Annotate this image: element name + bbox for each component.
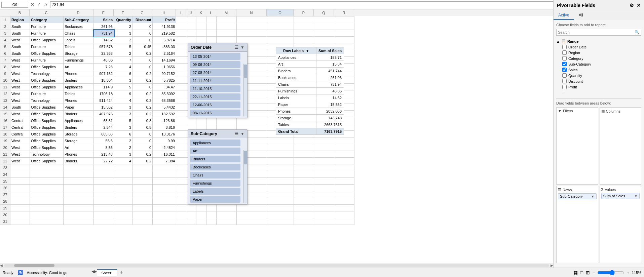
cell-J31[interactable] [186, 218, 196, 225]
cell-I30[interactable] [176, 211, 186, 218]
cell-B2[interactable]: South [10, 23, 30, 30]
cell-E16[interactable]: 68.81 [94, 117, 114, 124]
cell-F15[interactable]: 3 [114, 111, 132, 117]
cell-C20[interactable]: Office Supplies [30, 144, 64, 151]
cell-K30[interactable] [196, 211, 206, 218]
cell-H10[interactable]: 5.7825 [153, 77, 176, 84]
cell-B7[interactable]: West [10, 57, 30, 64]
confirm-icon[interactable]: ✓ [36, 2, 42, 7]
cell-D24[interactable] [64, 171, 94, 178]
cell-D31[interactable] [64, 218, 94, 225]
cell-B25[interactable] [10, 178, 30, 185]
cell-N3[interactable] [237, 30, 267, 37]
cell-H24[interactable] [153, 171, 176, 178]
checkbox-discount[interactable] [562, 79, 567, 83]
cell-N4[interactable] [237, 37, 267, 43]
cell-R30[interactable] [334, 211, 354, 218]
col-header-P[interactable]: P [294, 9, 314, 16]
cell-G23[interactable] [132, 164, 153, 171]
cell-E13[interactable]: 911.424 [94, 97, 114, 104]
cell-D2[interactable]: Bookcases [64, 23, 94, 30]
cell-N29[interactable] [237, 205, 267, 211]
cell-C6[interactable]: Office Supplies [30, 50, 64, 57]
filter-icon[interactable]: ▼ [240, 45, 244, 50]
cell-C9[interactable]: Technology [30, 70, 64, 77]
cell-E7[interactable]: 48.86 [94, 57, 114, 64]
cell-B16[interactable]: Central [10, 117, 30, 124]
col-header-R[interactable]: R [334, 9, 354, 16]
cell-B8[interactable]: West [10, 64, 30, 70]
cell-B12[interactable]: West [10, 90, 30, 97]
cell-B3[interactable]: South [10, 30, 30, 37]
cell-E31[interactable] [94, 218, 114, 225]
cell-Q27[interactable] [314, 191, 334, 198]
cell-D21[interactable]: Phones [64, 151, 94, 158]
filter-item-date-8[interactable]: 08-11-2016 [190, 110, 240, 116]
cell-B29[interactable] [10, 205, 30, 211]
field-category[interactable]: Category [556, 55, 641, 61]
cell-G16[interactable]: 0.8 [132, 117, 153, 124]
cell-M2[interactable] [217, 23, 237, 30]
cell-G28[interactable] [132, 198, 153, 205]
cell-C24[interactable] [30, 171, 64, 178]
cell-O1[interactable] [267, 16, 294, 23]
cell-B22[interactable]: West [10, 158, 30, 164]
cell-K31[interactable] [196, 218, 206, 225]
area-rows[interactable]: ☰ Rows Sub-Category ▼ [556, 186, 598, 263]
cell-D17[interactable]: Binders [64, 124, 94, 131]
cell-J1[interactable] [186, 16, 196, 23]
cell-G1[interactable]: Discount [132, 16, 153, 23]
cell-I2[interactable] [176, 23, 186, 30]
cell-F13[interactable]: 4 [114, 97, 132, 104]
cell-C22[interactable]: Office Supplies [30, 158, 64, 164]
filter-item-paper[interactable]: Paper [190, 196, 240, 203]
cell-F18[interactable]: 6 [114, 131, 132, 137]
cell-C23[interactable] [30, 164, 64, 171]
cell-J29[interactable] [186, 205, 196, 211]
cell-R24[interactable] [334, 171, 354, 178]
cell-C15[interactable]: Office Supplies [30, 111, 64, 117]
col-header-L[interactable]: L [206, 9, 216, 16]
cell-C7[interactable]: Furniture [30, 57, 64, 64]
cell-Q24[interactable] [314, 171, 334, 178]
cell-G24[interactable] [132, 171, 153, 178]
filter-item-appliances[interactable]: Appliances [190, 140, 240, 146]
subcat-filter-icons[interactable]: ☰ ▼ [235, 131, 244, 136]
cell-P21[interactable] [294, 151, 314, 158]
area-filters[interactable]: ▼ Filters [556, 107, 598, 185]
col-header-E[interactable]: E [93, 9, 114, 16]
cell-J30[interactable] [186, 211, 196, 218]
cell-Q25[interactable] [314, 178, 334, 185]
cell-B15[interactable]: West [10, 111, 30, 117]
cell-I12[interactable] [176, 90, 186, 97]
cell-O21[interactable] [267, 151, 294, 158]
cell-P20[interactable] [294, 144, 314, 151]
cell-O2[interactable] [267, 23, 294, 30]
cell-Q28[interactable] [314, 198, 334, 205]
cell-K16[interactable] [196, 117, 206, 124]
cell-E29[interactable] [94, 205, 114, 211]
cell-E26[interactable] [94, 185, 114, 191]
cell-D22[interactable]: Binders [64, 158, 94, 164]
cell-B5[interactable]: South [10, 43, 30, 50]
cell-D9[interactable]: Phones [64, 70, 94, 77]
cell-G2[interactable]: 0 [132, 23, 153, 30]
cell-H26[interactable] [153, 185, 176, 191]
cell-I27[interactable] [176, 191, 186, 198]
collapse-icon[interactable]: ▲ [556, 39, 560, 43]
cell-R2[interactable] [334, 23, 354, 30]
col-header-F[interactable]: F [114, 9, 132, 16]
cell-I7[interactable] [176, 57, 186, 64]
checkbox-sales[interactable] [562, 68, 567, 72]
cell-H22[interactable]: 7.384 [153, 158, 176, 164]
cell-Q26[interactable] [314, 185, 334, 191]
cell-J3[interactable] [186, 30, 196, 37]
filter-item-labels[interactable]: Labels [190, 188, 240, 195]
cell-Q21[interactable] [314, 151, 334, 158]
col-header-N[interactable]: N [236, 9, 267, 16]
cell-P28[interactable] [294, 198, 314, 205]
cell-F3[interactable]: 3 [114, 30, 132, 37]
cell-I25[interactable] [176, 178, 186, 185]
cell-F24[interactable] [114, 171, 132, 178]
cell-H20[interactable]: 2.4824 [153, 144, 176, 151]
